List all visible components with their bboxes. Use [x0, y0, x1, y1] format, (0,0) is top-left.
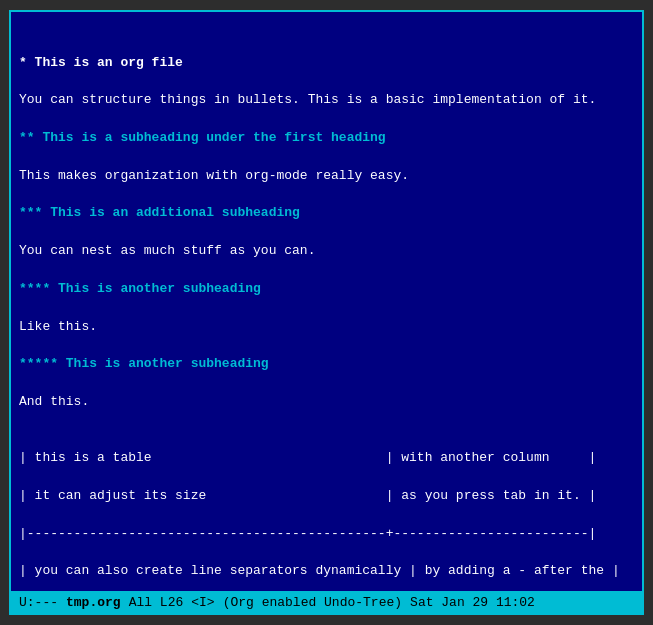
status-bar: U:--- tmp.org All L26 <I> (Org enabled U… — [11, 591, 642, 613]
editor-line: You can nest as much stuff as you can. — [19, 242, 634, 261]
editor-line: |---------------------------------------… — [19, 525, 634, 544]
status-input-method: <I> — [191, 595, 214, 610]
editor-content[interactable]: * This is an org file You can structure … — [11, 12, 642, 591]
status-minor-modes: (Org enabled Undo-Tree) — [223, 595, 402, 610]
status-mode: U:--- — [19, 595, 58, 610]
editor-line: | it can adjust its size | as you press … — [19, 487, 634, 506]
editor-line: You can structure things in bullets. Thi… — [19, 91, 634, 110]
editor-window: * This is an org file You can structure … — [9, 10, 644, 615]
editor-line: **** This is another subheading — [19, 280, 634, 299]
editor-line: This makes organization with org-mode re… — [19, 167, 634, 186]
editor-line: ***** This is another subheading — [19, 355, 634, 374]
status-filename: tmp.org — [66, 595, 121, 610]
editor-line: And this. — [19, 393, 634, 412]
editor-line: *** This is an additional subheading — [19, 204, 634, 223]
status-datetime: Sat Jan 29 11:02 — [410, 595, 535, 610]
editor-line: | this is a table | with another column … — [19, 449, 634, 468]
editor-line: * This is an org file — [19, 54, 634, 73]
editor-line: ** This is a subheading under the first … — [19, 129, 634, 148]
editor-line: | you can also create line separators dy… — [19, 562, 634, 581]
editor-line: Like this. — [19, 318, 634, 337]
status-position: All L26 — [129, 595, 184, 610]
